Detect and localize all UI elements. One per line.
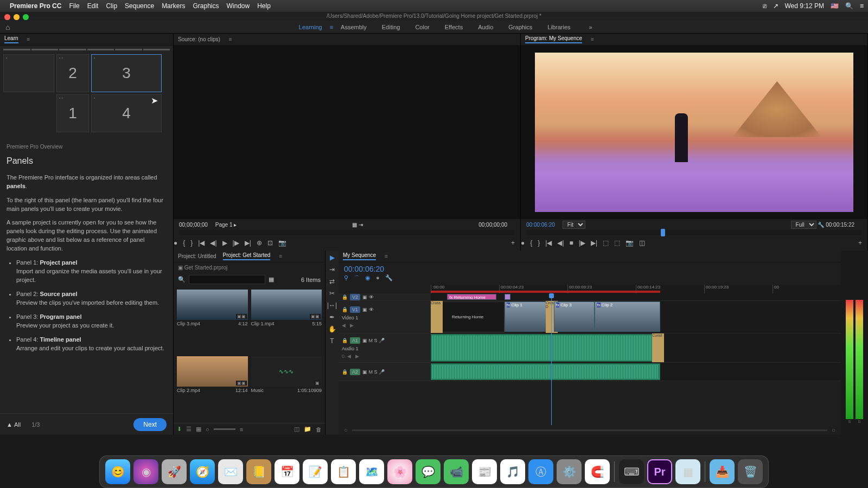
slip-tool-icon[interactable]: |↔| xyxy=(327,301,337,309)
source-monitor[interactable] xyxy=(174,46,520,219)
workspace-libraries[interactable]: Libraries xyxy=(547,24,570,30)
sequence-tab[interactable]: My Sequence xyxy=(343,252,376,260)
dock-calendar[interactable]: 📅 xyxy=(275,459,299,484)
next-button[interactable]: Next xyxy=(133,418,167,431)
selection-tool-icon[interactable]: ▶ xyxy=(330,254,335,261)
minimize-window-button[interactable] xyxy=(14,14,20,20)
bin-icon[interactable]: ▣ xyxy=(178,265,183,271)
project-search-input[interactable] xyxy=(189,275,265,284)
workspace-editing[interactable]: Editing xyxy=(382,24,400,30)
dock-contacts[interactable]: 📒 xyxy=(246,459,271,484)
marker-icon[interactable]: ● xyxy=(174,239,177,247)
ripple-tool-icon[interactable]: ⇄ xyxy=(329,278,335,285)
constant-power[interactable]: Const xyxy=(652,333,664,362)
panel-menu-icon[interactable]: ≡ xyxy=(27,36,30,42)
program-scrub-bar[interactable] xyxy=(526,230,862,235)
project-tab-getstarted[interactable]: Project: Get Started xyxy=(223,252,271,260)
pen-tool-icon[interactable]: ✒ xyxy=(329,313,335,321)
dock-mail[interactable]: ✉️ xyxy=(218,459,243,484)
timeline-timecode[interactable]: 00:00:06:20 xyxy=(344,265,835,273)
workspace-graphics[interactable]: Graphics xyxy=(508,24,532,30)
panel-menu-icon[interactable]: ≡ xyxy=(591,36,594,42)
snap-icon[interactable]: ⚲ xyxy=(344,274,348,282)
safe-margins-icon[interactable]: ▦ xyxy=(352,222,357,228)
playhead[interactable] xyxy=(551,293,552,425)
goto-in-icon[interactable]: |◀ xyxy=(545,239,552,247)
settings-icon[interactable]: ⇥ xyxy=(359,222,363,228)
dock-plugin[interactable]: ▦ xyxy=(675,459,700,484)
goto-in-icon[interactable]: |◀ xyxy=(198,239,205,247)
type-tool-icon[interactable]: T xyxy=(330,337,334,345)
track-v2-tag[interactable]: V2 xyxy=(350,294,360,300)
up-arrow-icon[interactable]: ▲ xyxy=(7,421,12,428)
new-bin-icon[interactable]: 📁 xyxy=(304,426,311,433)
dock-finder[interactable]: 😊 xyxy=(105,459,130,484)
goto-out-icon[interactable]: ▶| xyxy=(245,239,251,247)
source-scrub-bar[interactable] xyxy=(179,230,515,235)
step-back-icon[interactable]: ◀| xyxy=(210,239,216,247)
dock-safari[interactable]: 🧭 xyxy=(190,459,215,484)
marker-add-icon[interactable]: ◉ xyxy=(365,274,371,282)
program-monitor[interactable] xyxy=(521,46,867,219)
panel-menu-icon[interactable]: ≡ xyxy=(385,253,388,259)
extract-icon[interactable]: ⬚ xyxy=(614,239,620,247)
out-icon[interactable]: } xyxy=(190,239,193,247)
panel-menu-icon[interactable]: ≡ xyxy=(279,253,282,259)
timeline-tracks[interactable]: 🔒V2▣ 👁 fx Returning Home 🔒V1▣ 👁 Video 1 … xyxy=(339,293,841,425)
dock-notes[interactable]: 📝 xyxy=(303,459,328,484)
settings-icon[interactable]: 🔧 xyxy=(385,274,393,282)
lock-icon[interactable]: 🔒 xyxy=(342,307,348,312)
dock-magnet[interactable]: 🧲 xyxy=(585,459,610,484)
app-name[interactable]: Premiere Pro CC xyxy=(10,2,61,10)
sync-icon[interactable]: ↗ xyxy=(773,2,778,10)
dock-maps[interactable]: 🗺️ xyxy=(359,459,384,484)
dock-launchpad[interactable]: 🚀 xyxy=(162,459,187,484)
new-item-icon[interactable]: ◫ xyxy=(294,426,299,433)
clock[interactable]: Wed 9:12 PM xyxy=(785,2,824,10)
dock-terminal[interactable]: ⌨ xyxy=(619,459,644,484)
airplay-icon[interactable]: ⎚ xyxy=(763,2,767,10)
timeline-ruler[interactable]: :00:00 00:00:04:23 00:00:09:23 00:00:14:… xyxy=(431,285,841,293)
plus-icon[interactable]: + xyxy=(511,239,515,247)
dock-downloads[interactable]: 📥 xyxy=(710,459,735,484)
zoom-out-icon[interactable]: ○ xyxy=(344,427,348,433)
source-page[interactable]: Page 1 xyxy=(215,222,233,228)
wrench-icon[interactable]: 🔧 xyxy=(818,222,824,228)
video-clip-2[interactable]: fx Clip 2 xyxy=(595,301,660,332)
menu-file[interactable]: File xyxy=(69,2,79,10)
source-tab[interactable]: Source: (no clips) xyxy=(178,36,220,42)
track-a2-tag[interactable]: A2 xyxy=(350,369,360,375)
dock-messages[interactable]: 💬 xyxy=(416,459,441,484)
zoom-window-button[interactable] xyxy=(23,14,29,20)
sort-icon[interactable]: ≡ xyxy=(240,426,243,433)
play-icon[interactable]: ▶ xyxy=(222,239,227,247)
zoom-in-icon[interactable]: ○ xyxy=(832,427,835,433)
program-tab[interactable]: Program: My Sequence xyxy=(525,35,582,43)
export-frame-icon[interactable]: 📷 xyxy=(626,239,634,247)
panel-menu-icon[interactable]: ≡ xyxy=(229,36,232,42)
flag-icon[interactable]: 🇺🇸 xyxy=(831,2,839,10)
step-back-icon[interactable]: ◀| xyxy=(557,239,564,247)
menu-sequence[interactable]: Sequence xyxy=(125,2,154,10)
audio-clip-2[interactable] xyxy=(431,363,660,380)
stop-icon[interactable]: ■ xyxy=(570,239,573,247)
list-view-icon[interactable]: ☰ xyxy=(186,426,192,433)
menu-edit[interactable]: Edit xyxy=(87,2,99,10)
lock-icon[interactable]: 🔒 xyxy=(342,338,348,343)
menu-graphics[interactable]: Graphics xyxy=(193,2,219,10)
lift-icon[interactable]: ⬚ xyxy=(603,239,609,247)
dock-siri[interactable]: ◉ xyxy=(133,459,158,484)
out-icon[interactable]: } xyxy=(538,239,540,247)
menu-markers[interactable]: Markers xyxy=(162,2,185,10)
workspace-color[interactable]: Color xyxy=(415,24,429,30)
workspace-learning[interactable]: Learning xyxy=(299,24,322,30)
menu-extra-icon[interactable]: ≡ xyxy=(860,2,864,10)
lock-icon[interactable]: 🔒 xyxy=(342,369,348,375)
dock-trash[interactable]: 🗑️ xyxy=(738,459,763,484)
marker-icon[interactable]: ● xyxy=(521,239,525,247)
clip-item[interactable]: ▣▣Clip 1.mp45:15 xyxy=(251,290,322,353)
icon-view-icon[interactable]: ▦ xyxy=(196,426,201,433)
audio-clip-1[interactable] xyxy=(431,334,660,362)
razor-tool-icon[interactable]: ✂ xyxy=(329,290,335,297)
dock-premiere[interactable]: Pr xyxy=(647,459,672,484)
